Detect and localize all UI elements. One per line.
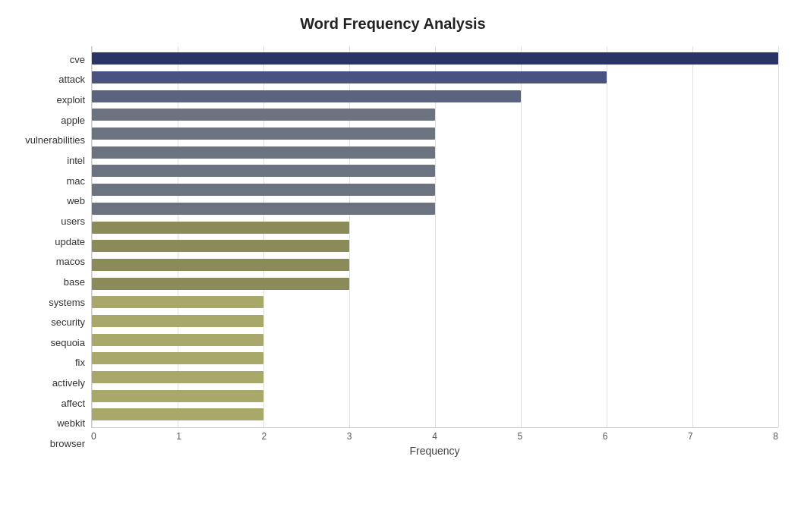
bar: [92, 109, 435, 121]
bar-row: [92, 143, 778, 162]
y-axis: cveattackexploitapplevulnerabilitiesinte…: [8, 46, 91, 457]
bar-row: [92, 162, 778, 181]
bar-row: [92, 368, 778, 386]
x-tick: 5: [517, 431, 522, 442]
grid-line: [778, 46, 779, 427]
y-label: update: [55, 231, 85, 250]
y-label: intel: [67, 151, 85, 170]
y-label: mac: [66, 171, 85, 190]
y-label: browser: [50, 434, 85, 453]
chart-title: Word Frequency Analysis: [8, 15, 778, 33]
y-label: fix: [75, 353, 85, 372]
bar-row: [92, 237, 778, 255]
y-label: vulnerabilities: [25, 131, 85, 150]
bar-row: [92, 256, 778, 274]
bar-row: [92, 275, 778, 293]
bars-area: [91, 46, 778, 428]
bar: [92, 184, 435, 196]
bar: [92, 240, 349, 252]
x-tick: 3: [347, 431, 352, 442]
x-tick: 6: [603, 431, 608, 442]
bar-row: [92, 68, 778, 87]
bar-row: [92, 200, 778, 218]
y-label: affect: [61, 394, 85, 413]
y-label: exploit: [56, 90, 85, 109]
y-label: apple: [61, 111, 85, 130]
bar: [92, 371, 263, 383]
bar: [92, 315, 263, 327]
bar-row: [92, 406, 778, 424]
y-label: actively: [52, 373, 85, 392]
y-label: attack: [58, 70, 85, 89]
x-axis-label: Frequency: [91, 445, 778, 457]
y-label: cve: [70, 50, 85, 69]
bar: [92, 222, 349, 234]
y-label: webkit: [57, 414, 85, 433]
y-label: macos: [56, 252, 85, 271]
bar: [92, 71, 607, 83]
bar-row: [92, 331, 778, 349]
bar: [92, 52, 778, 65]
bar: [92, 278, 349, 290]
bars-and-x: 012345678 Frequency: [91, 46, 778, 457]
bar-row: [92, 106, 778, 124]
x-tick: 1: [176, 431, 181, 442]
y-label: sequoia: [50, 333, 85, 352]
bars-wrapper: [92, 46, 778, 427]
bar-row: [92, 312, 778, 330]
y-label: base: [64, 272, 85, 291]
bar: [92, 334, 263, 346]
bar-row: [92, 219, 778, 237]
bar: [92, 165, 435, 177]
bar-row: [92, 350, 778, 368]
y-label: systems: [49, 292, 85, 311]
bar-row: [92, 50, 778, 68]
bar-row: [92, 124, 778, 143]
chart-area: cveattackexploitapplevulnerabilitiesinte…: [8, 46, 778, 457]
bar: [92, 203, 435, 215]
y-label: security: [51, 313, 85, 332]
x-tick: 7: [688, 431, 693, 442]
y-label: users: [61, 212, 85, 231]
bar: [92, 390, 263, 402]
bar: [92, 259, 349, 271]
bar: [92, 352, 263, 364]
x-tick: 0: [91, 431, 96, 442]
bar: [92, 127, 435, 140]
bar: [92, 296, 263, 308]
bar-row: [92, 387, 778, 405]
bar-row: [92, 87, 778, 105]
x-tick: 2: [262, 431, 267, 442]
bar-row: [92, 181, 778, 199]
y-label: web: [67, 191, 85, 210]
bar: [92, 90, 521, 102]
chart-container: Word Frequency Analysis cveattackexploit…: [0, 0, 801, 532]
bar: [92, 146, 435, 159]
x-tick: 4: [432, 431, 437, 442]
bar-row: [92, 294, 778, 312]
bar: [92, 408, 263, 420]
x-tick: 8: [773, 431, 778, 442]
x-axis: 012345678: [91, 428, 778, 442]
